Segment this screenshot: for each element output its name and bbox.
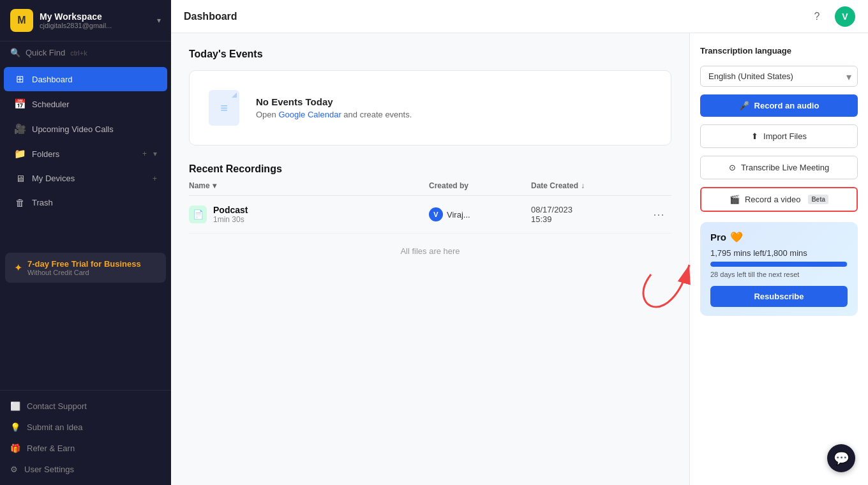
quick-find-button[interactable]: 🔍 Quick Find ctrl+k <box>0 41 171 64</box>
language-select[interactable]: English (United States) Spanish French G… <box>700 66 858 87</box>
folders-icon: 📁 <box>14 148 26 160</box>
pro-card-header: Pro 🧡 <box>710 231 848 243</box>
help-button[interactable]: ? <box>807 6 827 27</box>
record-audio-button[interactable]: 🎤 Record an audio <box>700 94 858 117</box>
sidebar-item-label: Upcoming Video Calls <box>32 124 157 134</box>
creator-name: Viraj... <box>447 210 470 220</box>
events-icon-area: ≡ <box>205 89 243 127</box>
sidebar-item-label: Trash <box>32 198 157 207</box>
workspace-header[interactable]: M My Workspace cjdigitals2831@gmail... ▾ <box>0 0 171 41</box>
doc-icon: ≡ <box>209 90 239 126</box>
pro-card: Pro 🧡 1,795 mins left/1,800 mins 28 days… <box>700 222 858 316</box>
sidebar-item-dashboard[interactable]: ⊞ Dashboard <box>4 67 167 91</box>
chat-icon: 💬 <box>834 451 849 466</box>
language-select-wrap[interactable]: English (United States) Spanish French G… <box>700 66 858 87</box>
chat-bubble-button[interactable]: 💬 <box>827 444 855 472</box>
recording-duration: 1min 30s <box>213 215 248 224</box>
pro-progress-bar <box>710 262 848 267</box>
no-events-suffix: and create events. <box>341 110 412 119</box>
sidebar-item-upcoming-video-calls[interactable]: 🎥 Upcoming Video Calls <box>4 117 167 141</box>
workspace-email: cjdigitals2831@gmail... <box>40 22 151 29</box>
topbar-icons: ? V <box>807 6 855 27</box>
meeting-icon: ⊙ <box>729 163 736 172</box>
doc-lines-icon: ≡ <box>220 101 228 116</box>
recording-name[interactable]: Podcast <box>213 205 248 215</box>
scheduler-icon: 📅 <box>14 98 26 110</box>
submit-idea-button[interactable]: 💡 Submit an Idea <box>0 417 171 438</box>
sidebar-item-scheduler[interactable]: 📅 Scheduler <box>4 92 167 116</box>
recording-name-cell: 📄 Podcast 1min 30s <box>189 205 429 224</box>
contact-support-label: Contact Support <box>27 401 87 411</box>
col-name-header[interactable]: Name ▾ <box>189 181 429 190</box>
refer-earn-icon: 🎁 <box>10 444 20 453</box>
resubscribe-button[interactable]: Resubscribe <box>710 286 848 307</box>
video-calls-icon: 🎥 <box>14 123 26 135</box>
sidebar-nav: ⊞ Dashboard 📅 Scheduler 🎥 Upcoming Video… <box>0 64 171 390</box>
beta-badge: Beta <box>808 195 828 204</box>
transcription-language-label: Transcription language <box>700 46 858 56</box>
user-avatar-button[interactable]: V <box>835 6 855 27</box>
search-icon: 🔍 <box>10 48 20 57</box>
user-settings-button[interactable]: ⚙ User Settings <box>0 459 171 480</box>
today-events-title: Today's Events <box>189 48 671 60</box>
main-content: Dashboard ? V Today's Events ≡ No Events… <box>171 0 868 485</box>
transcribe-meeting-button[interactable]: ⊙ Transcribe Live Meeting <box>700 156 858 179</box>
no-events-subtitle: Open Google Calendar and create events. <box>256 110 412 119</box>
col-name-sort-icon: ▾ <box>213 181 216 190</box>
google-calendar-link[interactable]: Google Calendar <box>278 110 341 119</box>
refer-earn-button[interactable]: 🎁 Refer & Earn <box>0 438 171 459</box>
contact-support-icon: ⬜ <box>10 401 20 411</box>
submit-idea-icon: 💡 <box>10 422 20 432</box>
sidebar-item-label: My Devices <box>32 174 146 183</box>
workspace-info: My Workspace cjdigitals2831@gmail... <box>40 11 151 29</box>
refer-earn-label: Refer & Earn <box>27 444 75 453</box>
col-date-header[interactable]: Date Created ↓ <box>531 181 646 190</box>
topbar: Dashboard ? V <box>171 0 868 33</box>
all-files-label: All files are here <box>189 234 671 258</box>
center-panel: Today's Events ≡ No Events Today Open Go… <box>171 33 689 485</box>
sidebar-item-my-devices[interactable]: 🖥 My Devices + <box>4 167 167 190</box>
page-title: Dashboard <box>184 11 237 22</box>
no-events-text: No Events Today Open Google Calendar and… <box>256 96 412 119</box>
right-panel: Transcription language English (United S… <box>689 33 868 485</box>
devices-icon: 🖥 <box>14 173 26 184</box>
contact-support-button[interactable]: ⬜ Contact Support <box>0 396 171 417</box>
recording-actions-button[interactable]: ⋯ <box>646 207 671 221</box>
user-settings-icon: ⚙ <box>10 465 18 474</box>
devices-add-icon[interactable]: + <box>153 174 157 183</box>
recordings-header: Name ▾ Created by Date Created ↓ <box>189 175 671 196</box>
pro-mins-left: 1,795 mins left/1,800 mins <box>710 248 848 258</box>
pro-progress-fill <box>710 262 847 267</box>
folders-expand-icon[interactable]: ▾ <box>153 149 157 158</box>
events-card: ≡ No Events Today Open Google Calendar a… <box>189 70 671 146</box>
trial-subtitle: Without Credit Card <box>27 269 141 276</box>
sidebar-item-folders[interactable]: 📁 Folders + ▾ <box>4 142 167 166</box>
dashboard-icon: ⊞ <box>14 73 26 85</box>
sidebar: M My Workspace cjdigitals2831@gmail... ▾… <box>0 0 171 485</box>
search-shortcut: ctrl+k <box>70 49 87 57</box>
trial-text: 7-day Free Trial for Business Without Cr… <box>27 259 141 276</box>
no-events-prefix: Open <box>256 110 278 119</box>
creator-avatar: V <box>429 207 443 221</box>
workspace-avatar: M <box>10 9 33 32</box>
recording-file-icon: 📄 <box>189 205 207 223</box>
workspace-name: My Workspace <box>40 11 151 22</box>
import-files-button[interactable]: ⬆ Import Files <box>700 124 858 148</box>
sidebar-bottom: ⬜ Contact Support 💡 Submit an Idea 🎁 Ref… <box>0 390 171 485</box>
col-name-label: Name <box>189 181 210 190</box>
col-date-label: Date Created <box>531 181 578 190</box>
mic-icon: 🎤 <box>739 101 749 110</box>
no-events-title: No Events Today <box>256 96 412 107</box>
trial-banner[interactable]: ✦ 7-day Free Trial for Business Without … <box>5 253 166 283</box>
folders-add-icon[interactable]: + <box>142 149 147 158</box>
col-date-sort-icon: ↓ <box>581 181 585 190</box>
pro-reset-text: 28 days left till the next reset <box>710 271 848 278</box>
record-audio-label: Record an audio <box>754 101 819 110</box>
record-video-button[interactable]: 🎬 Record a video Beta <box>700 187 858 212</box>
import-icon: ⬆ <box>751 131 758 141</box>
pro-emoji: 🧡 <box>730 231 743 243</box>
sidebar-item-trash[interactable]: 🗑 Trash <box>4 191 167 214</box>
sidebar-item-label: Folders <box>32 149 136 159</box>
trial-title: 7-day Free Trial for Business <box>27 259 141 269</box>
table-row: 📄 Podcast 1min 30s V Viraj... 08/17/2023… <box>189 196 671 234</box>
